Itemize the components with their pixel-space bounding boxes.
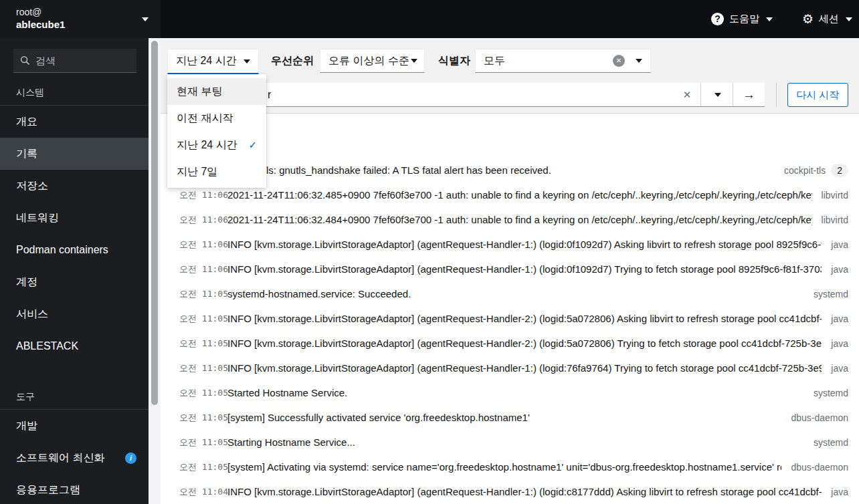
main-content: 지난 24 시간 우선순위 오류 이상의 수준 식별자 모두 ✕ ✕ → bbox=[161, 38, 859, 504]
dropdown-option-label: 지난 24 시간 bbox=[177, 138, 237, 152]
sidebar-scrollbar-thumb[interactable] bbox=[151, 41, 158, 405]
log-service: libvirtd bbox=[822, 190, 848, 201]
priority-value: 오류 이상의 수준 bbox=[328, 54, 409, 68]
log-service: java bbox=[831, 264, 848, 275]
sidebar-item-label: 저장소 bbox=[16, 179, 136, 193]
sidebar-item-label: 소프트웨어 최신화 bbox=[16, 451, 125, 465]
sidebar-scrollbar[interactable] bbox=[149, 38, 161, 504]
help-menu[interactable]: ? 도움말 bbox=[711, 13, 773, 25]
log-row[interactable]: 오전 11:05 INFO [kvm.storage.LibvirtStorag… bbox=[161, 306, 859, 331]
log-timestamp: 오전 11:05 bbox=[179, 387, 221, 399]
log-timestamp: 오전 11:06 bbox=[179, 239, 221, 251]
log-timestamp: 오전 11:06 bbox=[179, 189, 221, 201]
session-menu[interactable]: ⚙ 세션 bbox=[802, 13, 852, 25]
log-timestamp: 오전 11:04 bbox=[179, 486, 221, 498]
sidebar-item-계정[interactable]: 계정 bbox=[0, 266, 149, 298]
dropdown-option[interactable]: 현재 부팅 bbox=[167, 78, 266, 105]
sidebar-item-label: 네트워킹 bbox=[16, 211, 136, 225]
help-menu-label: 도움말 bbox=[729, 13, 759, 25]
log-row[interactable]: 오전 11:06 INFO [kvm.storage.LibvirtStorag… bbox=[161, 257, 859, 281]
log-row[interactable]: 오전 11:05 Starting Hostname Service... sy… bbox=[161, 430, 859, 455]
sidebar-item-label: 개요 bbox=[16, 115, 136, 129]
log-row[interactable]: 오전 11:06 INFO [kvm.storage.LibvirtStorag… bbox=[161, 232, 859, 257]
sidebar-item-네트워킹[interactable]: 네트워킹 bbox=[0, 202, 149, 234]
info-circle-icon: i bbox=[125, 453, 136, 464]
log-row[interactable]: 오전 11:05 systemd-hostnamed.service: Succ… bbox=[161, 281, 859, 306]
log-service: java bbox=[831, 487, 848, 497]
sidebar-item-개발[interactable]: 개발 bbox=[0, 410, 149, 442]
log-message: ls: gnutls_handshake failed: A TLS fatal… bbox=[227, 164, 775, 176]
log-message: INFO [kvm.storage.LibvirtStorageAdaptor]… bbox=[227, 239, 822, 250]
question-circle-icon: ? bbox=[711, 13, 724, 25]
sidebar-item-소프트웨어-최신화[interactable]: 소프트웨어 최신화 i bbox=[0, 442, 149, 474]
log-service: libvirtd bbox=[822, 215, 848, 225]
identifier-label: 식별자 bbox=[438, 49, 470, 73]
arrow-right-icon: → bbox=[743, 88, 755, 102]
dropdown-option[interactable]: 지난 24 시간 ✓ bbox=[167, 132, 266, 158]
dropdown-option[interactable]: 지난 7일 bbox=[167, 158, 266, 185]
log-message: INFO [kvm.storage.LibvirtStorageAdaptor]… bbox=[227, 338, 822, 349]
caret-down-icon bbox=[714, 93, 721, 97]
log-service: java bbox=[831, 313, 848, 324]
log-service: cockpit-tls bbox=[784, 165, 826, 176]
log-row[interactable]: 오전 11:06 2021-11-24T11:06:32.484+0900 7f… bbox=[161, 207, 859, 232]
sidebar-item-응용프로그램[interactable]: 응용프로그램 bbox=[0, 474, 149, 504]
sidebar-item-label: ABLESTACK bbox=[16, 340, 136, 352]
log-row[interactable]: 오전 11:05 [system] Successfully activated… bbox=[161, 405, 859, 430]
host-switcher[interactable]: root@ ablecube1 bbox=[0, 0, 161, 38]
log-row[interactable]: 오전 11:05 INFO [kvm.storage.LibvirtStorag… bbox=[161, 331, 859, 356]
log-row[interactable]: 오전 11:04 INFO [kvm.storage.LibvirtStorag… bbox=[161, 479, 859, 504]
log-row[interactable]: 오전 11:05 INFO [kvm.storage.LibvirtStorag… bbox=[161, 356, 859, 380]
time-range-select[interactable]: 지난 24 시간 bbox=[167, 49, 259, 74]
sidebar-item-기록[interactable]: 기록 bbox=[0, 138, 149, 170]
log-message: INFO [kvm.storage.LibvirtStorageAdaptor]… bbox=[227, 263, 822, 275]
clear-search-icon[interactable]: ✕ bbox=[674, 83, 700, 107]
session-menu-label: 세션 bbox=[819, 13, 839, 25]
log-message: systemd-hostnamed.service: Succeeded. bbox=[227, 288, 804, 299]
search-submit-button[interactable]: → bbox=[733, 83, 765, 106]
sidebar-search-input[interactable] bbox=[35, 55, 116, 66]
priority-label: 우선순위 bbox=[271, 49, 314, 73]
search-options-button[interactable] bbox=[700, 83, 733, 106]
gear-icon: ⚙ bbox=[802, 13, 814, 25]
brand: root@ ablecube1 bbox=[16, 7, 140, 31]
log-message: INFO [kvm.storage.LibvirtStorageAdaptor]… bbox=[227, 486, 822, 497]
sidebar-item-서비스[interactable]: 서비스 bbox=[0, 298, 149, 330]
identifier-value: 모두 bbox=[484, 54, 613, 68]
dropdown-option-label: 지난 7일 bbox=[177, 165, 217, 179]
brand-username: root@ bbox=[16, 7, 140, 19]
sidebar-item-podman-containers[interactable]: Podman containers bbox=[0, 234, 149, 266]
priority-select[interactable]: 오류 이상의 수준 bbox=[320, 49, 425, 73]
sidebar-item-label: Podman containers bbox=[16, 244, 136, 256]
log-timestamp: 오전 11:05 bbox=[179, 412, 221, 424]
sidebar-item-ablestack[interactable]: ABLESTACK bbox=[0, 330, 149, 362]
log-row[interactable]: 오전 11:05 [system] Activating via systemd… bbox=[161, 455, 859, 479]
chevron-down-icon bbox=[766, 17, 773, 21]
log-timestamp: 오전 11:05 bbox=[179, 288, 221, 300]
identifier-select[interactable]: 모두 ✕ bbox=[475, 49, 651, 73]
log-service: systemd bbox=[814, 388, 848, 398]
log-service: systemd bbox=[814, 437, 848, 448]
log-service: dbus-daemon bbox=[791, 412, 848, 423]
sidebar-item-label: 응용프로그램 bbox=[16, 483, 136, 497]
caret-down-icon bbox=[636, 59, 642, 63]
caret-down-icon bbox=[244, 59, 250, 64]
log-service: java bbox=[831, 239, 848, 250]
sidebar-item-저장소[interactable]: 저장소 bbox=[0, 170, 149, 202]
log-row[interactable]: 오전 11:05 Started Hostname Service. syste… bbox=[161, 380, 859, 405]
sidebar-item-개요[interactable]: 개요 bbox=[0, 106, 149, 138]
log-timestamp: 오전 11:05 bbox=[179, 338, 221, 350]
log-timestamp: 오전 11:06 bbox=[179, 263, 221, 275]
log-message: [system] Activating via systemd: service… bbox=[227, 461, 781, 473]
dropdown-option[interactable]: 이전 재시작 bbox=[167, 105, 266, 132]
log-timestamp: 오전 11:05 bbox=[179, 362, 221, 374]
log-message: [system] Successfully activated service … bbox=[227, 412, 781, 423]
log-timestamp: 오전 11:05 bbox=[179, 461, 221, 473]
sidebar-search[interactable] bbox=[13, 49, 136, 73]
restart-button[interactable]: 다시 시작 bbox=[787, 83, 848, 107]
sidebar-nav: 시스템 개요 기록 저장소 네트워킹 Podman containers 계정 … bbox=[0, 77, 149, 504]
sidebar: 시스템 개요 기록 저장소 네트워킹 Podman containers 계정 … bbox=[0, 38, 161, 504]
clear-selection-icon[interactable]: ✕ bbox=[613, 55, 625, 67]
log-count-badge: 2 bbox=[831, 164, 848, 177]
dropdown-option-label: 현재 부팅 bbox=[177, 85, 222, 99]
